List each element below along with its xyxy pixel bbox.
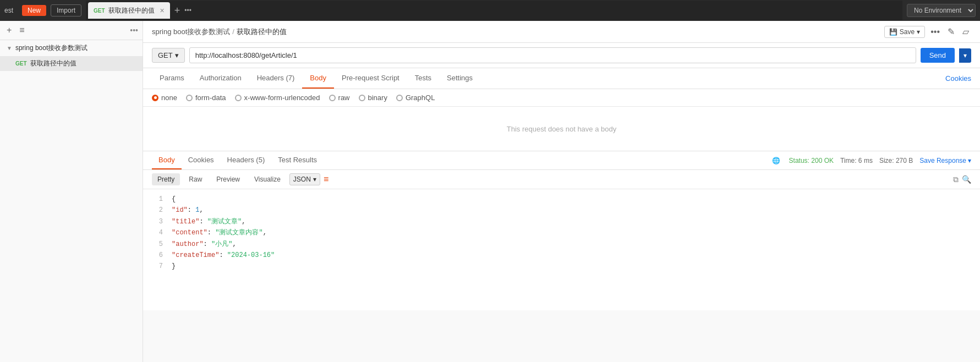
json-comma-1: , <box>199 206 203 214</box>
body-option-binary-label: binary <box>368 94 387 102</box>
url-input[interactable] <box>189 47 916 63</box>
tabs-more-button[interactable]: ••• <box>184 7 191 14</box>
breadcrumb-actions: 💾 Save ▾ ••• ✎ ▱ <box>884 25 971 38</box>
cookies-link[interactable]: Cookies <box>945 74 971 83</box>
tab-title: 获取路径中的值 <box>108 6 155 15</box>
body-option-none[interactable]: none <box>152 94 177 102</box>
body-option-urlencoded[interactable]: x-www-form-urlencoded <box>235 94 320 102</box>
radio-formdata-dot <box>186 95 193 101</box>
status-ok-badge: Status: 200 OK <box>789 157 834 164</box>
top-bar: est New Import GET 获取路径中的值 × + ••• No En… <box>0 0 980 21</box>
json-key-title: "title" <box>172 218 199 226</box>
import-button[interactable]: Import <box>51 4 81 17</box>
method-select[interactable]: GET ▾ <box>152 48 185 63</box>
resp-tab-cookies[interactable]: Cookies <box>182 151 221 169</box>
radio-graphql-dot <box>396 95 403 101</box>
body-option-raw-label: raw <box>338 94 350 102</box>
collection-item[interactable]: ▼ spring boot接收参数测试 <box>0 40 143 56</box>
tab-authorization[interactable]: Authorization <box>192 68 249 89</box>
sidebar-list-button[interactable]: ≡ <box>17 24 26 36</box>
resp-tab-test-results[interactable]: Test Results <box>271 151 324 169</box>
empty-body-message: This request does not have a body <box>143 107 980 151</box>
save-response-label: Save Response <box>919 157 966 164</box>
resp-tab-body[interactable]: Body <box>152 151 182 169</box>
body-option-raw[interactable]: raw <box>329 94 350 102</box>
response-body-toolbar: Pretty Raw Preview Visualize JSON ▾ ≡ ⧉ … <box>143 170 980 189</box>
json-line-2: 2 "id": 1, <box>152 205 980 216</box>
json-value-createtime: "2024-03-16" <box>227 251 275 259</box>
json-value-author: "小凡" <box>211 240 232 248</box>
response-section: Body Cookies Headers (5) Test Results 🌐 … <box>143 151 980 310</box>
tab-method-badge: GET <box>94 8 105 14</box>
collection-name: spring boot接收参数测试 <box>15 43 87 53</box>
response-icons: ⧉ 🔍 <box>953 175 971 184</box>
edit-button[interactable]: ✎ <box>945 25 957 38</box>
more-actions-button[interactable]: ••• <box>928 26 942 38</box>
json-format-select[interactable]: JSON ▾ <box>289 173 320 185</box>
body-option-graphql[interactable]: GraphQL <box>396 94 435 102</box>
json-key-content: "content" <box>172 229 207 237</box>
copy-response-button[interactable]: ⧉ <box>953 175 959 184</box>
url-bar: GET ▾ Send ▾ <box>143 43 980 68</box>
tab-body[interactable]: Body <box>302 68 334 89</box>
request-list-item[interactable]: GET 获取路径中的值 <box>0 56 143 71</box>
new-tab-button[interactable]: + <box>171 5 184 17</box>
line-number-4: 4 <box>152 227 163 238</box>
request-tab[interactable]: GET 获取路径中的值 × <box>88 2 170 19</box>
resp-tab-headers[interactable]: Headers (5) <box>221 151 272 169</box>
sidebar-add-button[interactable]: + <box>4 24 14 36</box>
response-size: Size: 270 B <box>879 157 913 164</box>
breadcrumb-current: 获取路径中的值 <box>237 27 287 37</box>
json-colon-1: : <box>188 206 195 214</box>
tab-prerequest[interactable]: Pre-request Script <box>334 68 407 89</box>
radio-raw-dot <box>329 95 336 101</box>
json-line-3: 3 "title": "测试文章", <box>152 216 980 227</box>
method-dropdown-icon: ▾ <box>175 51 179 59</box>
radio-none-dot <box>152 95 158 101</box>
send-dropdown-button[interactable]: ▾ <box>959 48 971 63</box>
new-button[interactable]: New <box>22 5 46 16</box>
wrap-lines-button[interactable]: ≡ <box>324 174 329 184</box>
save-response-button[interactable]: Save Response ▾ <box>919 157 971 164</box>
line-number-2: 2 <box>152 205 163 216</box>
breadcrumb-collection[interactable]: spring boot接收参数测试 <box>152 27 230 37</box>
request-tabs: Params Authorization Headers (7) Body Pr… <box>143 68 980 89</box>
app-name: est <box>4 7 18 14</box>
save-label: Save <box>900 28 915 36</box>
tab-close-icon[interactable]: × <box>160 6 165 15</box>
split-button[interactable]: ▱ <box>960 25 971 38</box>
line-number-3: 3 <box>152 216 163 227</box>
json-line-1: 1 { <box>152 194 980 205</box>
tab-tests[interactable]: Tests <box>407 68 439 89</box>
format-visualize-button[interactable]: Visualize <box>249 173 286 185</box>
body-option-formdata[interactable]: form-data <box>186 94 226 102</box>
body-option-graphql-label: GraphQL <box>406 94 435 102</box>
json-key-author: "author" <box>172 240 204 248</box>
json-comma-3: , <box>263 229 267 237</box>
sidebar-more-button[interactable]: ••• <box>130 26 138 35</box>
body-option-binary[interactable]: binary <box>359 94 387 102</box>
search-response-button[interactable]: 🔍 <box>962 175 971 184</box>
save-button[interactable]: 💾 Save ▾ <box>884 26 925 38</box>
body-option-urlencoded-label: x-www-form-urlencoded <box>244 94 320 102</box>
format-pretty-button[interactable]: Pretty <box>152 173 180 185</box>
json-open-brace: { <box>172 194 176 205</box>
tab-headers[interactable]: Headers (7) <box>249 68 303 89</box>
tab-settings[interactable]: Settings <box>439 68 480 89</box>
environment-select[interactable]: No Environment <box>907 4 976 17</box>
json-line-6: 6 "createTime": "2024-03-16" <box>152 250 980 261</box>
json-value-content: "测试文章内容" <box>215 229 262 237</box>
json-colon-4: : <box>204 240 211 248</box>
sidebar: + ≡ ••• ▼ spring boot接收参数测试 GET 获取路径中的值 <box>0 21 143 362</box>
json-close-brace: } <box>172 261 176 272</box>
json-comma-4: , <box>232 240 236 248</box>
breadcrumb: spring boot接收参数测试 / 获取路径中的值 💾 Save ▾ •••… <box>143 21 980 43</box>
radio-urlencoded-dot <box>235 95 242 101</box>
response-time: Time: 6 ms <box>840 157 873 164</box>
body-options: none form-data x-www-form-urlencoded raw… <box>143 89 980 107</box>
format-preview-button[interactable]: Preview <box>211 173 245 185</box>
send-button[interactable]: Send <box>921 48 955 63</box>
format-select-arrow: ▾ <box>313 175 316 183</box>
tab-params[interactable]: Params <box>152 68 192 89</box>
format-raw-button[interactable]: Raw <box>183 173 207 185</box>
